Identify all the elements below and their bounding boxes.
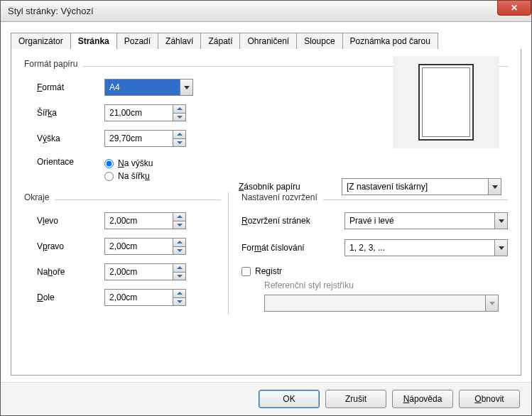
chevron-up-icon: [177, 292, 183, 295]
spin-width[interactable]: 21,00cm: [104, 104, 186, 121]
combo-refstyle: [264, 295, 499, 312]
spin-height-down[interactable]: [173, 138, 185, 147]
chevron-down-icon: [177, 224, 183, 226]
chevron-up-icon: [177, 266, 183, 269]
close-button[interactable]: ✕: [497, 0, 531, 16]
group-label-paper: Formát papíru: [24, 59, 77, 69]
spin-left-down[interactable]: [173, 221, 185, 229]
chevron-down-icon: [489, 302, 495, 305]
spin-width-up[interactable]: [173, 105, 185, 113]
spin-top-up[interactable]: [173, 264, 185, 272]
group-label-margins: Okraje: [24, 192, 49, 202]
label-format: Formát: [37, 82, 104, 92]
tab-zapati[interactable]: Zápatí: [200, 33, 240, 49]
spin-right[interactable]: 2,00cm: [104, 238, 186, 255]
dialog-window: Styl stránky: Výchozí ✕ Organizátor Strá…: [0, 0, 532, 416]
tab-sloupce[interactable]: Sloupce: [296, 33, 342, 49]
content-area: Organizátor Stránka Pozadí Záhlaví Zápat…: [1, 22, 531, 382]
combo-refstyle-button: [485, 295, 498, 311]
tab-ohraniceni[interactable]: Ohraničení: [239, 33, 297, 49]
cancel-button[interactable]: Zrušit: [325, 390, 386, 408]
spin-bottom-up[interactable]: [173, 290, 185, 297]
chevron-down-icon: [177, 249, 183, 252]
label-top: Nahoře: [37, 267, 104, 277]
tab-organizator[interactable]: Organizátor: [11, 33, 71, 49]
tab-stranka[interactable]: Stránka: [70, 33, 117, 50]
close-icon: ✕: [511, 3, 518, 13]
titlebar: Styl stránky: Výchozí ✕: [1, 1, 531, 22]
label-refstyle: Referenční styl rejstříku: [264, 280, 508, 290]
label-orientation: Orientace: [37, 155, 104, 167]
window-title: Styl stránky: Výchozí: [8, 6, 94, 16]
refstyle-block: Referenční styl rejstříku: [264, 280, 508, 312]
label-portrait: Na výšku: [118, 158, 153, 168]
spin-bottom[interactable]: 2,00cm: [104, 289, 186, 306]
layout-column: Nastavení rozvržení Rozvržení stránek Pr…: [228, 192, 508, 314]
label-numbering: Formát číslování: [241, 243, 344, 253]
chevron-down-icon: [177, 275, 183, 278]
label-left: Vlevo: [37, 216, 104, 226]
spin-top-down[interactable]: [173, 272, 185, 280]
label-landscape: Na šířku: [118, 171, 150, 181]
ok-button[interactable]: OK: [259, 390, 320, 408]
spin-top-value: 2,00cm: [109, 267, 173, 277]
tab-poznamka[interactable]: Poznámka pod čarou: [342, 33, 438, 49]
spin-bottom-down[interactable]: [173, 297, 185, 306]
combo-tray[interactable]: [Z nastavení tiskárny]: [342, 178, 501, 195]
page-preview-page: [418, 64, 474, 141]
tab-pozadi[interactable]: Pozadí: [116, 33, 158, 49]
checkbox-register[interactable]: [241, 267, 251, 276]
chevron-down-icon: [499, 219, 504, 223]
spin-right-value: 2,00cm: [109, 241, 173, 251]
spin-bottom-value: 2,00cm: [109, 292, 173, 302]
combo-format-value: A4: [105, 80, 180, 95]
chevron-down-icon: [177, 116, 183, 119]
group-label-layout: Nastavení rozvržení: [241, 192, 317, 202]
group-rule: [55, 199, 221, 200]
spin-height-up[interactable]: [173, 131, 185, 138]
combo-refstyle-value: [265, 295, 485, 311]
combo-format-button[interactable]: [180, 80, 192, 95]
combo-pagelayout-button[interactable]: [494, 213, 507, 229]
combo-numbering-value: 1, 2, 3, ...: [345, 240, 494, 256]
page-preview: [393, 56, 499, 148]
chevron-down-icon: [184, 86, 190, 89]
button-bar: OK Zrušit Nápověda Obnovit: [1, 382, 531, 415]
margins-column: Okraje Vlevo 2,00cm Vpravo 2,00cm: [24, 192, 221, 314]
spin-height[interactable]: 29,70cm: [104, 130, 186, 147]
chevron-down-icon: [492, 185, 498, 189]
chevron-down-icon: [177, 141, 183, 144]
chevron-down-icon: [177, 300, 183, 303]
label-pagelayout: Rozvržení stránek: [241, 216, 344, 226]
group-rule: [323, 199, 508, 200]
spin-top[interactable]: 2,00cm: [104, 263, 186, 280]
combo-format[interactable]: A4: [104, 79, 193, 96]
tab-zahlavi[interactable]: Záhlaví: [158, 33, 201, 49]
reset-button[interactable]: Obnovit: [459, 390, 520, 408]
radio-landscape[interactable]: [104, 172, 114, 181]
chevron-down-icon: [499, 246, 504, 250]
chevron-up-icon: [177, 215, 183, 218]
spin-left-up[interactable]: [173, 213, 185, 221]
orientation-group: Na výšku Na šířku: [104, 155, 153, 184]
chevron-up-icon: [177, 133, 183, 136]
combo-pagelayout-value: Pravé i levé: [345, 213, 494, 229]
spin-right-down[interactable]: [173, 246, 185, 255]
radio-portrait[interactable]: [104, 159, 114, 168]
group-margins: Okraje: [24, 192, 221, 207]
combo-tray-button[interactable]: [488, 179, 501, 195]
chevron-up-icon: [177, 241, 183, 243]
label-height: Výška: [37, 133, 104, 143]
tab-panel: Formát papíru Formát A4 Šířka 21,00cm: [11, 49, 521, 376]
spin-left-value: 2,00cm: [109, 216, 173, 226]
spin-width-down[interactable]: [173, 113, 185, 121]
label-tray: Zásobník papíru: [239, 182, 342, 192]
combo-numbering[interactable]: 1, 2, 3, ...: [344, 239, 508, 256]
combo-numbering-button[interactable]: [494, 240, 507, 256]
chevron-up-icon: [177, 107, 183, 110]
spin-right-up[interactable]: [173, 239, 185, 246]
combo-pagelayout[interactable]: Pravé i levé: [344, 212, 508, 229]
spin-left[interactable]: 2,00cm: [104, 212, 186, 229]
tab-strip: Organizátor Stránka Pozadí Záhlaví Zápat…: [11, 33, 521, 50]
help-button[interactable]: Nápověda: [392, 390, 453, 408]
